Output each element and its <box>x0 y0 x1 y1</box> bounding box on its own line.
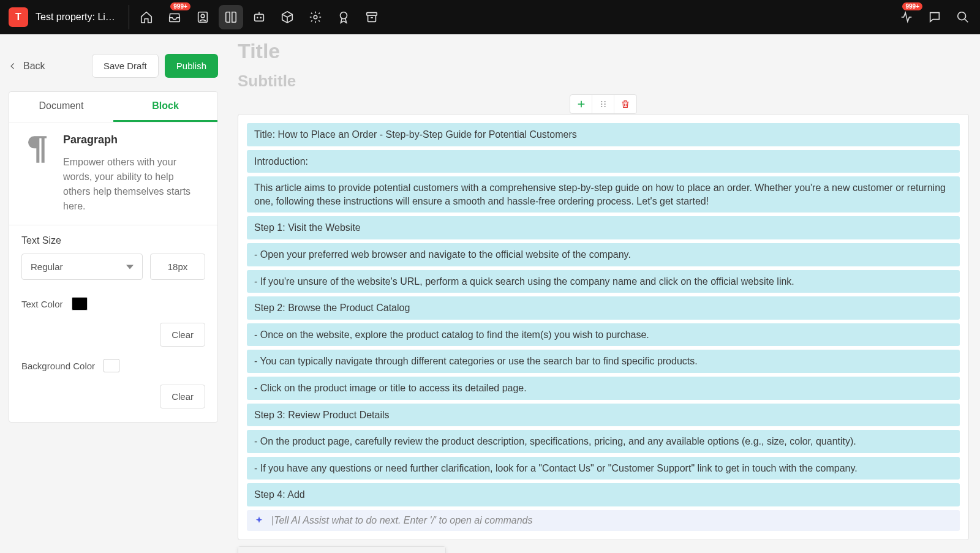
nav-icons: 999+ <box>134 5 384 29</box>
content-line[interactable]: - You can typically navigate through dif… <box>247 350 960 373</box>
search-icon[interactable] <box>951 5 975 29</box>
block-type-desc: Empower others with your words, your abi… <box>63 155 202 214</box>
ai-assist-input[interactable] <box>271 515 952 526</box>
font-px-input[interactable]: 18px <box>150 254 205 280</box>
chat-icon[interactable] <box>922 5 947 29</box>
text-color-label: Text Color <box>21 299 63 309</box>
svg-rect-7 <box>367 13 377 16</box>
ai-assist-row <box>247 510 960 531</box>
content-line[interactable]: Step 1: Visit the Website <box>247 216 960 239</box>
award-icon[interactable] <box>331 5 356 29</box>
activity-icon[interactable]: 999+ <box>894 5 919 29</box>
title-placeholder[interactable]: Title <box>238 39 969 63</box>
svg-rect-2 <box>254 14 263 21</box>
property-badge-letter: T <box>15 12 21 23</box>
svg-point-1 <box>201 14 205 18</box>
text-size-select[interactable]: Regular <box>21 254 143 280</box>
divider <box>129 5 129 29</box>
svg-point-8 <box>958 12 966 20</box>
activity-badge: 999+ <box>902 2 922 10</box>
svg-point-12 <box>604 101 605 102</box>
tab-block[interactable]: Block <box>113 92 217 122</box>
property-label[interactable]: Test property: Li… <box>36 12 115 23</box>
svg-point-13 <box>604 103 605 105</box>
paragraph-block[interactable]: Title: How to Place an Order - Step-by-S… <box>238 114 969 540</box>
content-line[interactable]: - On the product page, carefully review … <box>247 430 960 453</box>
svg-point-3 <box>257 17 258 19</box>
svg-point-10 <box>601 103 602 105</box>
drag-handle-button[interactable] <box>592 95 614 113</box>
property-badge[interactable]: T <box>9 7 28 27</box>
contacts-icon[interactable] <box>190 5 215 29</box>
content-line[interactable]: - Once on the website, explore the produ… <box>247 323 960 347</box>
inbox-badge: 999+ <box>170 2 190 10</box>
block-toolbar <box>238 94 969 114</box>
tab-document[interactable]: Document <box>9 92 113 122</box>
svg-point-11 <box>601 106 602 107</box>
archive-icon[interactable] <box>360 5 384 29</box>
bg-color-label: Background Color <box>21 361 95 371</box>
back-label: Back <box>23 61 45 72</box>
publish-button[interactable]: Publish <box>165 54 218 78</box>
bg-color-swatch[interactable] <box>104 359 119 372</box>
editor-content: Title Subtitle Title: How to Place an Or… <box>227 34 980 553</box>
svg-point-9 <box>601 101 602 102</box>
sidebar: Back Save Draft Publish Document Block P… <box>0 34 227 553</box>
text-color-swatch[interactable] <box>72 297 88 310</box>
chevron-left-icon <box>9 62 17 70</box>
properties-panel: Document Block Paragraph Empower others … <box>9 91 218 423</box>
content-line[interactable]: - Click on the product image or title to… <box>247 377 960 400</box>
back-button[interactable]: Back <box>9 61 45 72</box>
knowledge-icon[interactable] <box>219 5 243 29</box>
svg-point-4 <box>260 17 262 19</box>
save-draft-button[interactable]: Save Draft <box>92 54 159 78</box>
svg-point-5 <box>314 15 317 19</box>
block-type-title: Paragraph <box>63 134 202 146</box>
bot-icon[interactable] <box>247 5 271 29</box>
subtitle-placeholder[interactable]: Subtitle <box>238 72 969 91</box>
content-line[interactable]: Title: How to Place an Order - Step-by-S… <box>247 123 960 146</box>
svg-point-6 <box>340 12 347 19</box>
home-icon[interactable] <box>134 5 159 29</box>
inbox-icon[interactable]: 999+ <box>162 5 187 29</box>
content-line[interactable]: - If you're unsure of the website's URL,… <box>247 270 960 293</box>
content-line[interactable]: Step 4: Add <box>247 483 960 506</box>
content-line[interactable]: This article aims to provide potential c… <box>247 176 960 213</box>
paragraph-icon <box>25 134 50 214</box>
delete-block-button[interactable] <box>614 95 636 113</box>
top-bar: T Test property: Li… 999+ 999+ <box>0 0 980 34</box>
sparkle-icon <box>254 516 264 525</box>
settings-icon[interactable] <box>303 5 328 29</box>
content-line[interactable]: Introduction: <box>247 150 960 173</box>
chevron-down-icon <box>126 263 134 271</box>
nav-icons-right: 999+ <box>894 5 975 29</box>
package-icon[interactable] <box>275 5 300 29</box>
ai-menu: Done Continue writing Retry Discard <box>238 546 446 553</box>
text-size-label: Text Size <box>21 235 205 246</box>
clear-text-color-button[interactable]: Clear <box>160 323 205 347</box>
clear-bg-color-button[interactable]: Clear <box>160 385 205 408</box>
content-line[interactable]: Step 2: Browse the Product Catalog <box>247 296 960 320</box>
ai-menu-done[interactable]: Done <box>238 547 445 553</box>
content-line[interactable]: - If you have any questions or need furt… <box>247 457 960 480</box>
add-block-button[interactable] <box>570 95 592 113</box>
svg-point-14 <box>604 106 605 107</box>
content-line[interactable]: - Open your preferred web browser and na… <box>247 243 960 266</box>
text-size-value: Regular <box>31 261 63 272</box>
content-line[interactable]: Step 3: Review Product Details <box>247 404 960 427</box>
